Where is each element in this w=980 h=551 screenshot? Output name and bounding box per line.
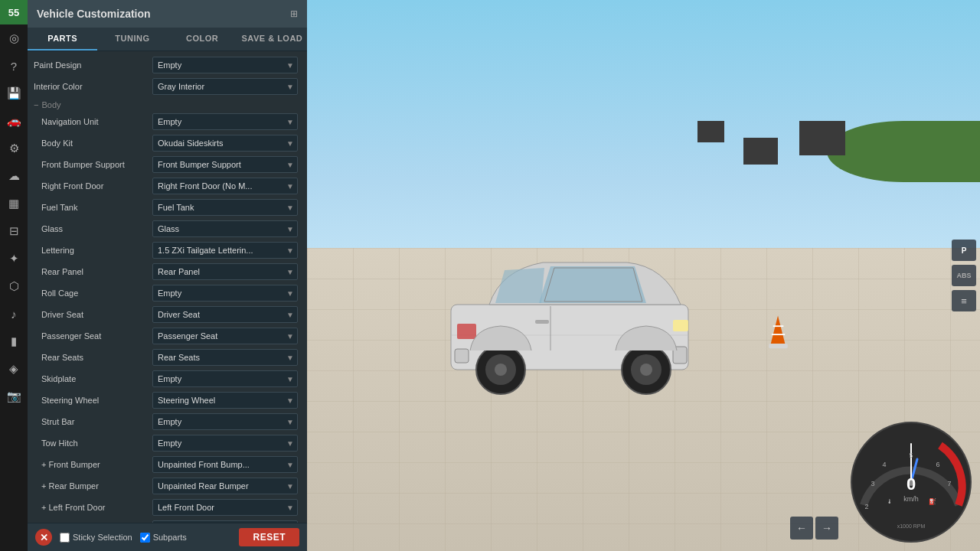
part-row-front-bumper-support: Front Bumper Support Front Bumper Suppor…	[28, 154, 307, 175]
config-icon[interactable]: ⬡	[0, 272, 28, 300]
tab-tuning[interactable]: TUNING	[97, 28, 167, 51]
tab-color[interactable]: COLOR	[168, 28, 237, 51]
part-label-rear-bumper: + Rear Bumper	[34, 481, 152, 491]
star-icon[interactable]: ✦	[0, 245, 28, 272]
currency-icon[interactable]: ◈	[0, 355, 28, 383]
svg-text:x1000 RPM: x1000 RPM	[897, 523, 926, 529]
part-select-front-bumper-support[interactable]: Front Bumper Support	[152, 156, 298, 173]
part-label-strut-bar: Strut Bar	[34, 417, 152, 426]
part-select-body-kit[interactable]: Okudai Sideskirts	[152, 135, 298, 152]
part-row-left-front-door: + Left Front Door Left Front Door ▼	[28, 497, 307, 518]
camera-icon[interactable]: 📷	[0, 383, 28, 410]
collapse-icon[interactable]: −	[34, 100, 38, 109]
part-row-right-front-door: Right Front Door Right Front Door (No M.…	[28, 175, 307, 197]
tab-save-load[interactable]: SAVE & LOAD	[237, 28, 307, 51]
part-label-rear-seats: Rear Seats	[34, 353, 152, 362]
section-label-body: Body	[41, 100, 60, 109]
part-row-body-kit: Body Kit Okudai Sideskirts ▼	[28, 132, 307, 154]
panel-footer: ✕ Sticky Selection Subparts RESET	[28, 523, 307, 551]
part-row-roll-cage: Roll Cage Empty ▼	[28, 282, 307, 304]
part-select-rear-panel[interactable]: Rear Panel	[152, 263, 298, 280]
part-label-body-kit: Body Kit	[34, 139, 152, 148]
part-select-roll-cage[interactable]: Empty	[152, 285, 298, 302]
svg-text:km/h: km/h	[903, 495, 919, 503]
subparts-checkbox[interactable]	[140, 533, 150, 543]
media-icon[interactable]: ▦	[0, 190, 28, 217]
part-label-rear-panel: Rear Panel	[34, 267, 152, 276]
part-select-interior-color[interactable]: Gray Interior	[152, 78, 298, 95]
part-select-strut-bar[interactable]: Empty	[152, 413, 298, 430]
svg-marker-14	[770, 315, 786, 345]
part-select-rear-seats[interactable]: Rear Seats	[152, 349, 298, 366]
tune-icon[interactable]: ⊟	[0, 217, 28, 245]
part-label-lettering: Lettering	[34, 246, 152, 255]
part-row-interior-color: Interior Color Gray Interior ▼	[28, 76, 307, 97]
part-select-lettering[interactable]: 1.5 ZXi Tailgate Letterin...	[152, 242, 298, 259]
part-select-paint-design[interactable]: Empty	[152, 57, 298, 73]
bg-block-2	[743, 138, 778, 165]
part-select-driver-seat[interactable]: Driver Seat	[152, 306, 298, 323]
svg-text:5: 5	[909, 452, 913, 459]
svg-rect-5	[673, 320, 688, 331]
help-icon[interactable]: ?	[0, 52, 28, 80]
tab-parts[interactable]: PARTS	[28, 28, 97, 51]
nav-right-icon[interactable]: →	[815, 517, 838, 540]
part-select-right-front-door[interactable]: Right Front Door (No M...	[152, 178, 298, 194]
part-label-right-front-door: Right Front Door	[34, 181, 152, 191]
cloud-icon[interactable]: ☁	[0, 162, 28, 190]
reset-button[interactable]: RESET	[239, 528, 299, 546]
part-select-wrap: Empty ▼	[152, 57, 298, 73]
part-label-passenger-seat: Passenger Seat	[34, 331, 152, 341]
save-icon[interactable]: 💾	[0, 80, 28, 107]
part-select-tow-hitch[interactable]: Empty	[152, 435, 298, 452]
sticky-selection-checkbox[interactable]	[60, 533, 70, 543]
part-label-interior-color: Interior Color	[34, 82, 152, 91]
hud-gear-icon[interactable]: P	[952, 240, 976, 261]
part-label-left-front-door: + Left Front Door	[34, 503, 152, 512]
part-select-rear-bumper[interactable]: Unpainted Rear Bumper	[152, 478, 298, 494]
part-label-skidplate: Skidplate	[34, 374, 152, 383]
car-icon[interactable]: 🚗	[0, 107, 28, 135]
part-row-rear-panel: Rear Panel Rear Panel ▼	[28, 261, 307, 282]
part-label-roll-cage: Roll Cage	[34, 289, 152, 298]
nav-arrows: ← →	[790, 517, 838, 540]
part-row-fuel-tank: Fuel Tank Fuel Tank ▼	[28, 197, 307, 218]
part-row-lettering: Lettering 1.5 ZXi Tailgate Letterin... ▼	[28, 240, 307, 261]
car-container	[428, 228, 719, 396]
part-label-glass: Glass	[34, 224, 152, 233]
part-row-skidplate: Skidplate Empty ▼	[28, 368, 307, 390]
part-select-left-front-door[interactable]: Left Front Door	[152, 499, 298, 516]
part-row-paint-design: Paint Design Empty ▼	[28, 54, 307, 76]
hud-menu-icon[interactable]: ≡	[952, 290, 976, 311]
part-select-front-bumper[interactable]: Unpainted Front Bump...	[152, 456, 298, 473]
chart-icon[interactable]: ▮	[0, 328, 28, 355]
bg-block-1	[799, 121, 845, 155]
nav-left-icon[interactable]: ←	[790, 517, 813, 540]
close-button[interactable]: ✕	[35, 529, 52, 546]
part-select-fuel-tank[interactable]: Fuel Tank	[152, 199, 298, 216]
part-select-engine[interactable]: 1.5L SOHC Carbureted...	[152, 520, 298, 523]
part-select-navigation-unit[interactable]: Empty	[152, 113, 298, 130]
panel-header: Vehicle Customization ⊞	[28, 0, 307, 28]
svg-rect-4	[457, 324, 476, 339]
map-icon[interactable]: ◎	[0, 24, 28, 52]
settings-icon[interactable]: ⚙	[0, 135, 28, 162]
part-select-steering-wheel[interactable]: Steering Wheel	[152, 392, 298, 409]
svg-text:7: 7	[947, 480, 951, 487]
green-hill	[827, 121, 980, 182]
part-select-skidplate[interactable]: Empty	[152, 370, 298, 387]
part-select-passenger-seat[interactable]: Passenger Seat	[152, 328, 298, 344]
sticky-selection-wrap[interactable]: Sticky Selection	[60, 533, 132, 543]
hud-abs-icon[interactable]: ABS	[952, 265, 976, 286]
panel-expand-icon[interactable]: ⊞	[290, 8, 298, 19]
part-select-glass[interactable]: Glass	[152, 220, 298, 237]
subparts-wrap[interactable]: Subparts	[140, 533, 187, 543]
subparts-label: Subparts	[153, 533, 187, 542]
part-row-rear-seats: Rear Seats Rear Seats ▼	[28, 347, 307, 368]
bg-block-3	[697, 121, 724, 142]
part-row-navigation-unit: Navigation Unit Empty ▼	[28, 111, 307, 132]
sticky-selection-label: Sticky Selection	[73, 533, 132, 542]
sound-icon[interactable]: ♪	[0, 300, 28, 328]
svg-rect-3	[455, 349, 469, 363]
svg-rect-12	[535, 320, 549, 324]
